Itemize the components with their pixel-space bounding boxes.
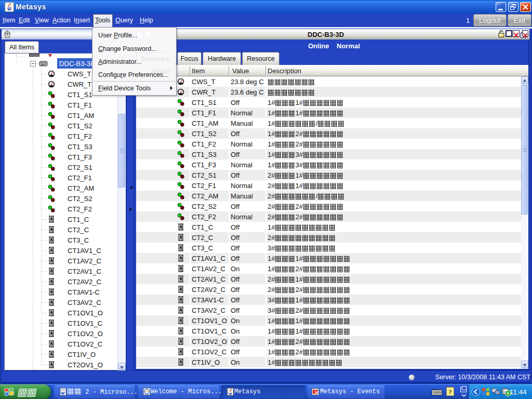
svg-text:?: ? bbox=[449, 389, 452, 395]
